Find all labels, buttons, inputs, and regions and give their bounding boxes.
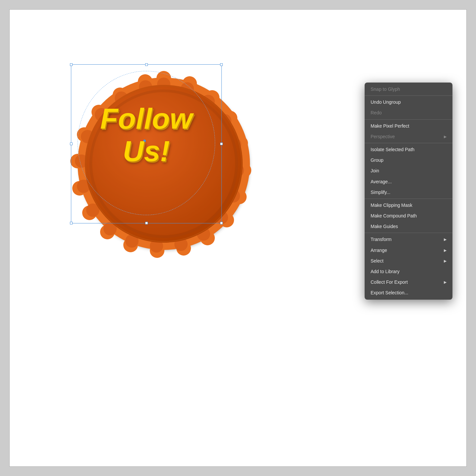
chevron-icon: ▶ — [444, 134, 446, 139]
menu-item-select[interactable]: Select▶ — [365, 256, 452, 266]
center-dot — [143, 140, 146, 142]
svg-point-47 — [92, 92, 235, 235]
menu-separator — [365, 199, 452, 199]
menu-item-label-snap-to-glyph: Snap to Glyph — [371, 86, 400, 92]
menu-item-snap-to-glyph: Snap to Glyph — [365, 84, 452, 94]
menu-item-collect-for-export[interactable]: Collect For Export▶ — [365, 277, 452, 287]
menu-item-redo: Redo — [365, 107, 452, 118]
context-menu: Snap to GlyphUndo UngroupRedoMake Pixel … — [365, 83, 452, 300]
menu-item-isolate-selected-path[interactable]: Isolate Selected Path — [365, 144, 452, 155]
badge-container — [61, 61, 267, 267]
menu-item-arrange[interactable]: Arrange▶ — [365, 245, 452, 256]
menu-item-perspective: Perspective▶ — [365, 131, 452, 142]
menu-separator — [365, 95, 452, 96]
menu-item-make-guides[interactable]: Make Guides — [365, 221, 452, 232]
menu-item-average[interactable]: Average... — [365, 176, 452, 187]
menu-item-join[interactable]: Join — [365, 165, 452, 176]
menu-item-label-make-compound-path: Make Compound Path — [371, 213, 417, 219]
menu-item-group[interactable]: Group — [365, 155, 452, 165]
menu-item-label-collect-for-export: Collect For Export — [371, 279, 408, 285]
chevron-icon: ▶ — [444, 237, 446, 242]
menu-item-label-arrange: Arrange — [371, 247, 387, 253]
menu-item-make-clipping-mask[interactable]: Make Clipping Mask — [365, 200, 452, 210]
menu-item-label-select: Select — [371, 258, 384, 264]
menu-item-label-average: Average... — [371, 179, 392, 185]
menu-item-label-perspective: Perspective — [371, 134, 395, 140]
menu-item-label-simplify: Simplify... — [371, 189, 390, 195]
chevron-icon: ▶ — [444, 259, 446, 263]
menu-item-label-make-guides: Make Guides — [371, 223, 398, 229]
menu-item-label-export-selection: Export Selection... — [371, 290, 408, 296]
menu-item-transform[interactable]: Transform▶ — [365, 234, 452, 245]
menu-item-label-make-clipping-mask: Make Clipping Mask — [371, 202, 412, 208]
menu-item-label-isolate-selected-path: Isolate Selected Path — [371, 147, 414, 152]
chevron-icon: ▶ — [444, 248, 446, 253]
chevron-icon: ▶ — [444, 280, 446, 284]
menu-item-export-selection[interactable]: Export Selection... — [365, 287, 452, 298]
menu-separator — [365, 233, 452, 233]
menu-separator — [365, 119, 452, 120]
menu-item-make-compound-path[interactable]: Make Compound Path — [365, 210, 452, 221]
menu-separator — [365, 143, 452, 143]
menu-item-label-group: Group — [371, 157, 384, 163]
menu-item-make-pixel-perfect[interactable]: Make Pixel Perfect — [365, 121, 452, 131]
badge-main — [64, 64, 263, 263]
menu-item-label-make-pixel-perfect: Make Pixel Perfect — [371, 123, 409, 129]
menu-item-label-transform: Transform — [371, 236, 391, 242]
menu-item-label-redo: Redo — [371, 110, 382, 116]
canvas: Follow Us! Snap to GlyphUndo UngroupRedo… — [9, 9, 467, 467]
menu-item-label-undo-ungroup: Undo Ungroup — [371, 99, 401, 105]
menu-item-label-join: Join — [371, 168, 379, 174]
badge-outer — [64, 64, 263, 263]
menu-item-label-add-to-library: Add to Library — [371, 268, 399, 274]
menu-item-add-to-library[interactable]: Add to Library — [365, 266, 452, 277]
menu-item-undo-ungroup[interactable]: Undo Ungroup — [365, 97, 452, 107]
menu-item-simplify[interactable]: Simplify... — [365, 187, 452, 198]
